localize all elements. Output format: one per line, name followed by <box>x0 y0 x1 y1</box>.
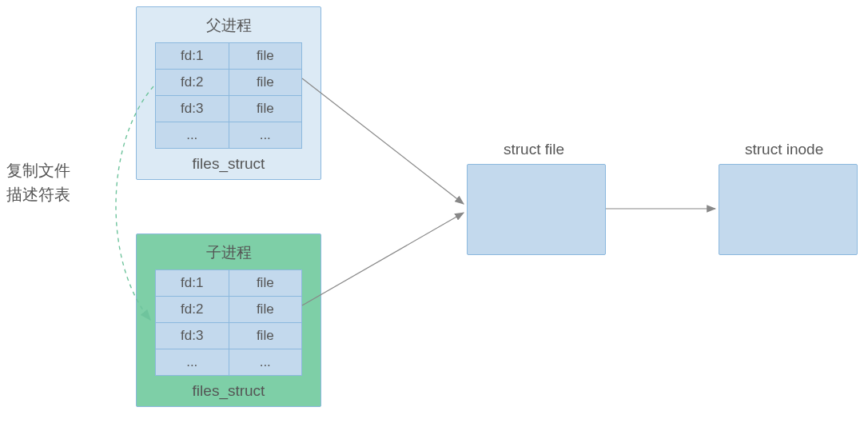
parent-fd-table: fd:1 file fd:2 file fd:3 file ... ... <box>155 42 302 149</box>
side-label-line1: 复制文件 <box>6 162 70 179</box>
table-row: ... ... <box>156 122 302 149</box>
table-row: fd:3 file <box>156 96 302 122</box>
file-cell: file <box>229 323 302 349</box>
file-cell: file <box>229 70 302 96</box>
child-caption: files_struct <box>137 376 321 400</box>
fd-cell: fd:3 <box>156 323 229 349</box>
parent-title: 父进程 <box>137 7 321 42</box>
child-title: 子进程 <box>137 234 321 269</box>
side-description: 复制文件 描述符表 <box>6 158 70 206</box>
table-row: fd:1 file <box>156 43 302 70</box>
fd-cell: ... <box>156 349 229 376</box>
table-row: fd:2 file <box>156 70 302 96</box>
table-row: ... ... <box>156 349 302 376</box>
file-cell: ... <box>229 349 302 376</box>
fd-cell: fd:1 <box>156 270 229 297</box>
struct-file-label: struct file <box>504 141 564 158</box>
file-cell: file <box>229 297 302 323</box>
arrow-child-to-file <box>302 213 464 305</box>
child-fd-table: fd:1 file fd:2 file fd:3 file ... ... <box>155 269 302 376</box>
fd-cell: fd:1 <box>156 43 229 70</box>
table-row: fd:3 file <box>156 323 302 349</box>
table-row: fd:1 file <box>156 270 302 297</box>
fd-cell: fd:2 <box>156 70 229 96</box>
file-cell: file <box>229 270 302 297</box>
file-cell: ... <box>229 122 302 149</box>
parent-caption: files_struct <box>137 149 321 173</box>
struct-inode-box <box>719 164 858 255</box>
file-cell: file <box>229 96 302 122</box>
fd-cell: fd:2 <box>156 297 229 323</box>
table-row: fd:2 file <box>156 297 302 323</box>
struct-inode-label: struct inode <box>745 141 823 158</box>
file-cell: file <box>229 43 302 70</box>
parent-process-box: 父进程 fd:1 file fd:2 file fd:3 file ... ..… <box>136 6 321 180</box>
fd-cell: fd:3 <box>156 96 229 122</box>
struct-file-box <box>467 164 606 255</box>
fd-cell: ... <box>156 122 229 149</box>
arrow-parent-to-file <box>302 78 464 204</box>
side-label-line2: 描述符表 <box>6 186 70 203</box>
child-process-box: 子进程 fd:1 file fd:2 file fd:3 file ... ..… <box>136 233 321 407</box>
